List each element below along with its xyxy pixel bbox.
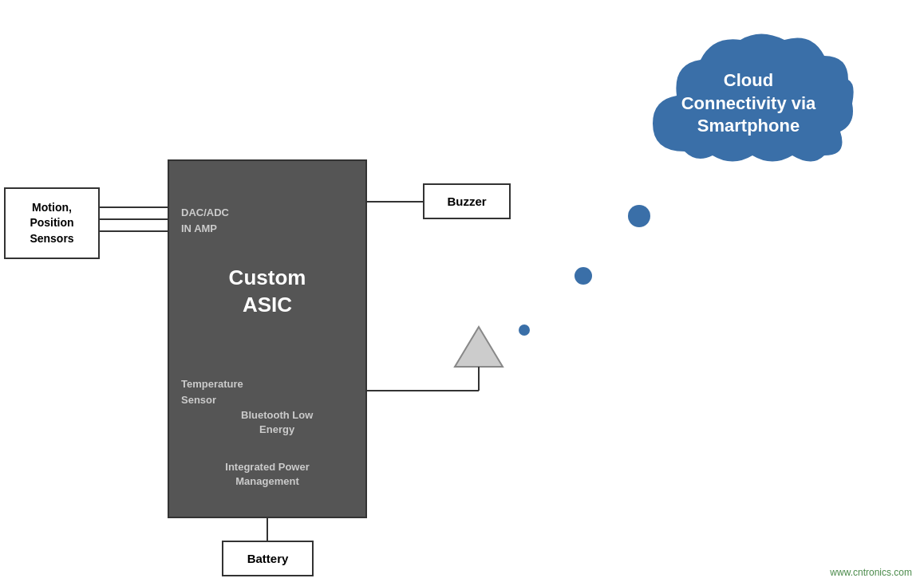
sensors-box: Motion, Position Sensors	[4, 187, 100, 259]
dot-large	[628, 205, 650, 227]
cloud-text: Cloud Connectivity via Smartphone	[669, 69, 828, 138]
bluetooth-label: Bluetooth Low Energy	[241, 408, 313, 437]
asic-box: DAC/ADC IN AMP Custom ASIC Temperature S…	[168, 159, 367, 518]
battery-label: Battery	[247, 552, 289, 565]
battery-box: Battery	[222, 541, 314, 576]
antenna-icon	[451, 323, 507, 387]
asic-title: Custom ASIC	[169, 265, 365, 319]
watermark: www.cntronics.com	[830, 567, 912, 578]
cloud-connectivity: Cloud Connectivity via Smartphone	[637, 24, 860, 183]
temperature-sensor-label: Temperature Sensor	[181, 376, 243, 407]
dac-adc-label: DAC/ADC IN AMP	[181, 205, 229, 236]
buzzer-label: Buzzer	[447, 195, 486, 208]
dot-small	[519, 324, 530, 336]
dot-medium	[575, 267, 592, 285]
svg-marker-0	[455, 327, 503, 367]
power-management-label: Integrated Power Management	[169, 460, 365, 489]
buzzer-box: Buzzer	[423, 183, 511, 219]
sensors-text: Motion, Position Sensors	[30, 200, 73, 247]
